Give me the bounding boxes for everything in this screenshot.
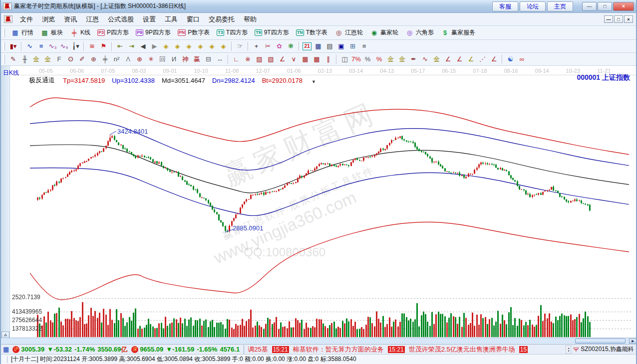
last-bar-button[interactable]: ⇥ (126, 41, 137, 51)
winner-wheel-button[interactable]: ◉赢家轮 (366, 28, 402, 37)
child-restore-button[interactable]: □ (614, 15, 623, 23)
hand-tool-button[interactable]: ☞ (234, 41, 246, 51)
wave-mark-button[interactable]: И (168, 54, 180, 64)
shaded-box-button[interactable]: ▨ (254, 54, 265, 64)
ruler-123-button[interactable]: ⊟ (203, 54, 214, 64)
menu-item-tools[interactable]: 工具 (160, 14, 182, 25)
fan-lines-button[interactable]: ※ (242, 54, 254, 64)
j-angle-button[interactable]: ∠ (442, 54, 454, 64)
cut-tool-button[interactable]: ✂ (262, 41, 274, 51)
market-grid-icon[interactable]: ▦ (3, 346, 9, 353)
gold-ray-button[interactable]: ∠ (465, 54, 477, 64)
quotes-button[interactable]: ▦行情 (7, 28, 37, 37)
notes-button[interactable]: ▤ (324, 41, 335, 51)
candle-style-dropdown-button[interactable]: ▮▾ (7, 41, 19, 51)
shen-tool-button[interactable]: 神 (180, 54, 191, 64)
gold-lines-button[interactable]: 金 (396, 54, 408, 64)
sectors-button[interactable]: ▩板块 (37, 28, 66, 37)
f-angle-button[interactable]: ∠ (454, 54, 465, 64)
square-spiral-button[interactable]: 回 (157, 54, 168, 64)
angle-pen-button[interactable]: ✐ (76, 54, 88, 64)
menu-item-help[interactable]: 帮助 (239, 14, 261, 25)
wave-3-button[interactable]: ∿₃ (47, 41, 58, 51)
right-angle-button[interactable]: ∟ (231, 54, 242, 64)
red-grid-button[interactable]: ▦ (300, 54, 311, 64)
golden-section-h-button[interactable]: 金 (30, 54, 42, 64)
gann-wheel-button[interactable]: ◎江恩轮 (331, 28, 366, 37)
indicator-dropdown-icon[interactable]: ▼ (312, 79, 316, 84)
diamond-h-shrink-button[interactable]: ◈ (195, 41, 206, 51)
child-close-button[interactable]: × (624, 15, 633, 23)
scrollbar-thumb[interactable] (575, 339, 626, 344)
star-burst-button[interactable]: ✳ (145, 54, 157, 64)
flag-marker-button[interactable]: ⚑ (98, 41, 109, 51)
minimize-button[interactable]: — (582, 2, 597, 11)
menu-item-trade-entrust[interactable]: 交易委托 (204, 14, 239, 25)
diamond-h-expand-button[interactable]: ◈ (183, 41, 195, 51)
red-grid-2-button[interactable]: ▩ (311, 54, 322, 64)
pen-tool-button[interactable]: ✎ (7, 54, 19, 64)
gold-circle-button[interactable]: 金 (385, 54, 396, 64)
stamp-tool-button[interactable]: ✿ (274, 41, 285, 51)
spiral-button[interactable]: ʘ (65, 54, 76, 64)
t-square-button[interactable]: T3T四方形 (213, 28, 251, 37)
kline-chart[interactable] (10, 82, 637, 338)
circle-cross-button[interactable]: ⊕ (134, 54, 145, 64)
9t-square-button[interactable]: T99T四方形 (251, 28, 293, 37)
p-number-table-button[interactable]: PNP数字表 (174, 28, 214, 37)
calculator-button[interactable]: ▦ (313, 41, 324, 51)
golden-section-v-button[interactable]: 金 (42, 54, 53, 64)
mirror-button[interactable]: Λ (122, 54, 134, 64)
brush-button[interactable]: ✒ (408, 54, 419, 64)
bar-style-dropdown-button[interactable]: ╽▾ (70, 41, 81, 51)
hexagon-button[interactable]: ◎六角形 (402, 28, 437, 37)
wave-9-button[interactable]: ∿₉ (58, 41, 70, 51)
menu-item-gann[interactable]: 江恩 (81, 14, 103, 25)
crosshair-tool-button[interactable]: + (251, 41, 262, 51)
percent-button[interactable]: % (362, 54, 373, 64)
h-measure-button[interactable]: ↔ (214, 54, 226, 64)
menu-item-news[interactable]: 资讯 (59, 14, 81, 25)
gann-grid-button[interactable]: ╫ (19, 54, 30, 64)
menu-item-settings[interactable]: 设置 (138, 14, 160, 25)
horizontal-scrollbar[interactable]: ▶ (1, 338, 637, 344)
save-floppy-button[interactable]: ▣ (335, 41, 347, 51)
scrollbar-right-arrow[interactable]: ▶ (629, 339, 637, 344)
percent-column-button[interactable]: ◫ (339, 54, 350, 64)
prev-bar-button[interactable]: ◀ (137, 41, 149, 51)
news-spinner[interactable]: ▲▼ (566, 346, 571, 354)
shaded-box-2-button[interactable]: ▧ (265, 54, 277, 64)
speed-line-button[interactable]: ⋰ (477, 54, 488, 64)
first-bar-button[interactable]: ⇤ (114, 41, 126, 51)
9p-square-button[interactable]: P99P四方形 (132, 28, 174, 37)
gold-angle-button[interactable]: 金 (431, 54, 442, 64)
box-wave-button[interactable]: ∿ (419, 54, 431, 64)
p-square-button[interactable]: P3P四方形 (94, 28, 132, 37)
zigzag-chart-button[interactable]: ∿ (24, 41, 35, 51)
t-number-table-button[interactable]: TNT数字表 (293, 28, 331, 37)
menu-item-browse[interactable]: 浏览 (37, 14, 59, 25)
ying-tool-button[interactable]: 赢 (191, 54, 203, 64)
shell-tool-button[interactable]: ❃ (285, 41, 297, 51)
note-panel-button[interactable]: ≡ (35, 41, 47, 51)
ruler-grid-button[interactable]: ╪ (99, 54, 111, 64)
yinyang-button[interactable]: ☯ (505, 54, 516, 64)
check-wave-button[interactable]: ∨ (288, 54, 300, 64)
percent-7-button[interactable]: 7% (350, 54, 362, 64)
pattern-overlay-button[interactable]: ≋ (86, 41, 98, 51)
winner-service-button[interactable]: $赢家服务 (437, 28, 479, 37)
compass-button[interactable]: ⊕ (88, 54, 99, 64)
diamond-v-shrink-button[interactable]: ◈ (218, 41, 229, 51)
infinity-button[interactable]: ∞ (516, 54, 528, 64)
menu-item-file[interactable]: 文件 (15, 14, 37, 25)
share-button[interactable]: ⊞ (347, 41, 358, 51)
print-button[interactable]: ≡ (358, 41, 370, 51)
service-button[interactable]: 客服 (492, 1, 518, 11)
n-square-button[interactable]: n² (111, 54, 122, 64)
homepage-button[interactable]: 主页 (547, 1, 573, 11)
angle-line-button[interactable]: ∠ (277, 54, 288, 64)
diamond-right-button[interactable]: ◈ (172, 41, 183, 51)
parallel-lines-button[interactable]: ∥ (322, 54, 334, 64)
percent-lines-button[interactable]: % (373, 54, 385, 64)
menu-item-formula-stock-pick[interactable]: 公式选股 (103, 14, 138, 25)
